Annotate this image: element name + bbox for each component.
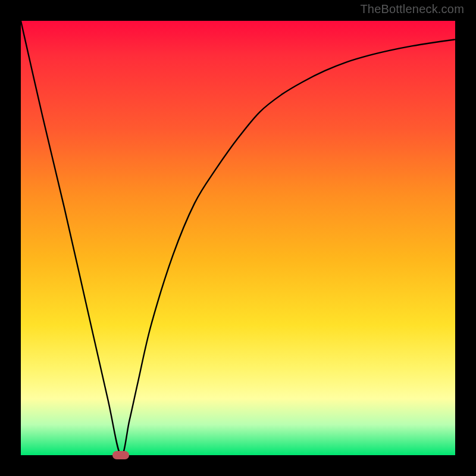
bottleneck-curve: [21, 21, 455, 455]
watermark-text: TheBottleneck.com: [360, 2, 464, 16]
curve-path: [21, 21, 455, 456]
chart-frame: TheBottleneck.com: [0, 0, 476, 476]
plot-area: [21, 21, 455, 455]
minimum-marker: [112, 451, 129, 459]
